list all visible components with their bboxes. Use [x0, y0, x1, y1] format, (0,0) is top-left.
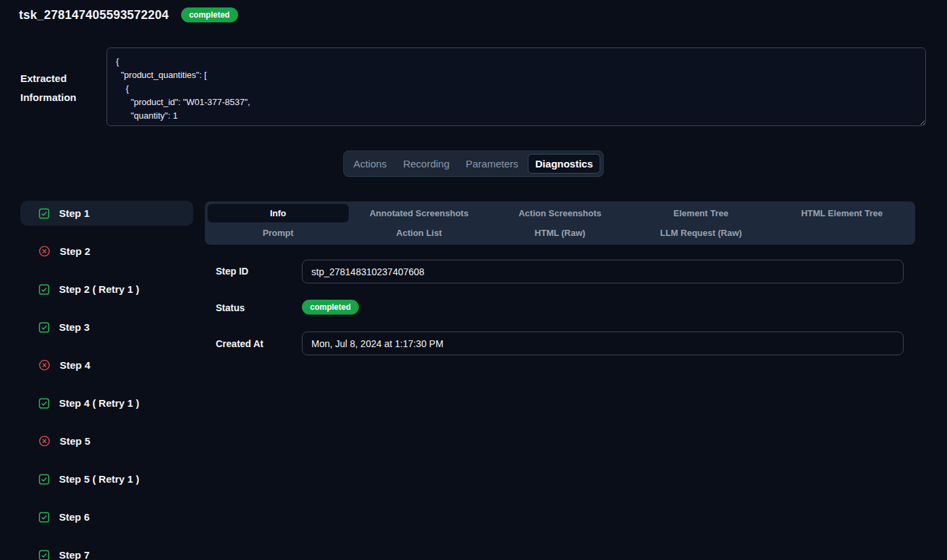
step-error-icon — [38, 245, 51, 258]
subtab-action-screenshots[interactable]: Action Screenshots — [490, 204, 631, 222]
status-label: Status — [216, 302, 245, 313]
step-label: Step 6 — [59, 511, 90, 523]
tab-recording[interactable]: Recording — [396, 154, 456, 174]
step-success-icon — [38, 283, 50, 296]
diagnostics-page: { "page": { "title": "tsk_27814740559357… — [0, 0, 947, 560]
created-at-input[interactable] — [302, 332, 904, 355]
step-item-step-2-retry-1[interactable]: Step 2 ( Retry 1 ) — [20, 277, 193, 302]
step-label: Step 3 — [59, 321, 90, 333]
step-label: Step 4 ( Retry 1 ) — [59, 397, 139, 409]
step-label: Step 1 — [59, 207, 90, 219]
subtab-action-list[interactable]: Action List — [349, 224, 490, 242]
tab-parameters[interactable]: Parameters — [459, 154, 526, 174]
task-id-title: tsk_278147405593572204 — [19, 8, 169, 22]
task-status-badge: completed — [181, 7, 238, 22]
subtab-html-element-tree[interactable]: HTML Element Tree — [771, 204, 912, 222]
step-item-step-6[interactable]: Step 6 — [20, 504, 193, 529]
created-at-label: Created At — [216, 338, 263, 349]
step-label: Step 2 ( Retry 1 ) — [59, 283, 139, 295]
step-id-input[interactable] — [302, 260, 904, 283]
step-label: Step 7 — [59, 549, 90, 560]
step-success-icon — [38, 397, 50, 409]
step-id-label: Step ID — [216, 266, 248, 277]
task-header: tsk_278147405593572204 completed — [19, 7, 238, 22]
subtab-element-tree[interactable]: Element Tree — [630, 204, 771, 222]
main-tabbar: ActionsRecordingParametersDiagnostics — [343, 151, 604, 177]
step-item-step-1[interactable]: Step 1 — [20, 201, 193, 226]
step-label: Step 5 — [60, 435, 90, 447]
subtab-llm-request-raw[interactable]: LLM Request (Raw) — [630, 224, 771, 242]
step-label: Step 4 — [60, 359, 90, 371]
step-error-icon — [38, 435, 51, 447]
subtab-html-raw[interactable]: HTML (Raw) — [490, 224, 631, 242]
tab-actions[interactable]: Actions — [347, 154, 393, 174]
step-success-icon — [38, 321, 50, 334]
step-item-step-5[interactable]: Step 5 — [20, 428, 193, 454]
step-item-step-5-retry-1[interactable]: Step 5 ( Retry 1 ) — [20, 466, 193, 492]
extracted-information-textarea[interactable]: { "product_quantities": [ { "product_id"… — [107, 47, 926, 126]
extracted-information-label: Extracted Information — [20, 69, 102, 107]
step-label: Step 2 — [60, 245, 90, 257]
step-item-step-3[interactable]: Step 3 — [20, 315, 193, 340]
step-success-icon — [38, 473, 50, 485]
step-status-badge: completed — [302, 300, 359, 315]
step-error-icon — [38, 359, 51, 372]
step-success-icon — [38, 549, 50, 560]
subtab-info[interactable]: Info — [208, 204, 349, 222]
step-item-step-2[interactable]: Step 2 — [20, 239, 193, 264]
diagnostics-subtabs: InfoAnnotated ScreenshotsAction Screensh… — [205, 201, 915, 245]
step-success-icon — [38, 207, 50, 220]
step-item-step-7[interactable]: Step 7 — [20, 542, 193, 560]
subtab-annotated-screenshots[interactable]: Annotated Screenshots — [349, 204, 490, 222]
step-label: Step 5 ( Retry 1 ) — [59, 473, 139, 485]
step-success-icon — [38, 511, 50, 523]
tab-diagnostics[interactable]: Diagnostics — [528, 154, 600, 174]
step-item-step-4[interactable]: Step 4 — [20, 353, 193, 378]
steps-list: Step 1Step 2Step 2 ( Retry 1 )Step 3Step… — [20, 201, 193, 560]
subtab-prompt[interactable]: Prompt — [208, 224, 349, 242]
step-item-step-4-retry-1[interactable]: Step 4 ( Retry 1 ) — [20, 391, 193, 416]
